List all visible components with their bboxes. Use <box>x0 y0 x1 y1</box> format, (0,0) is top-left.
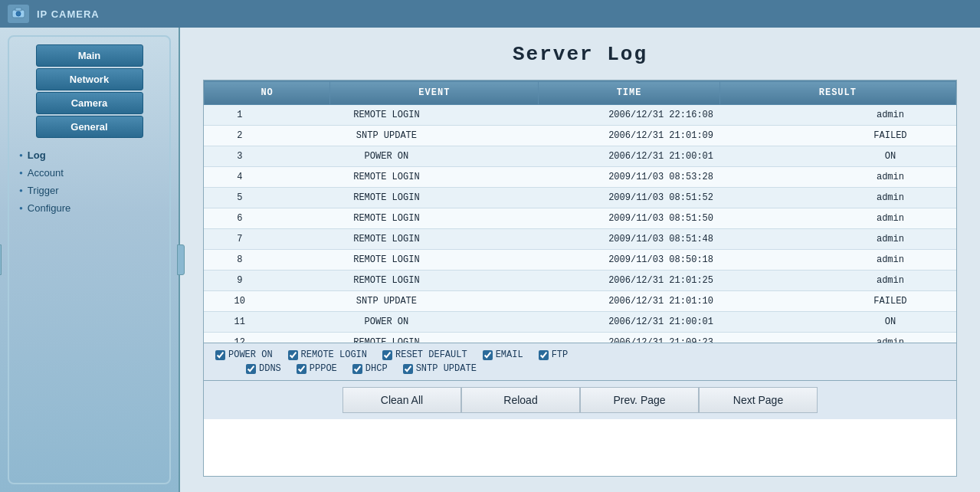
table-row: 4REMOTE LOGIN2009/11/03 08:53:28admin <box>204 167 956 188</box>
sidebar-nav-camera[interactable]: Camera <box>36 92 143 114</box>
header: IP CAMERA <box>0 0 980 28</box>
cell-event: REMOTE LOGIN <box>276 188 498 208</box>
cell-no: 6 <box>204 208 276 229</box>
filter-row2: DDNSPPPOEDHCPSNTP UPDATE <box>215 363 945 374</box>
table-row: 3POWER ON2006/12/31 21:00:01ON <box>204 146 956 167</box>
filter-label-power_on: POWER ON <box>228 349 273 360</box>
filter-checkbox-ddns[interactable] <box>246 364 256 374</box>
table-head: NOEVENTTIMERESULT <box>205 81 956 105</box>
cell-event: SNTP UPDATE <box>276 126 498 146</box>
filter-item-ddns: DDNS <box>246 363 281 374</box>
cell-result: admin <box>824 167 956 188</box>
filter-label-reset_default: RESET DEFAULT <box>395 349 467 360</box>
sidebar-subitem-account[interactable]: Account <box>19 167 171 179</box>
cell-event: REMOTE LOGIN <box>276 271 498 291</box>
cell-time: 2009/11/03 08:50:18 <box>497 250 824 271</box>
page-title: Server Log <box>203 43 957 66</box>
cell-time: 2009/11/03 08:51:50 <box>497 208 824 229</box>
cell-event: REMOTE LOGIN <box>276 250 498 271</box>
cell-result: FAILED <box>824 291 956 312</box>
cell-no: 3 <box>204 146 276 167</box>
cell-result: admin <box>824 333 956 343</box>
prev-page-button[interactable]: Prev. Page <box>580 387 699 413</box>
cell-no: 7 <box>204 229 276 250</box>
filter-checkbox-email[interactable] <box>483 350 493 360</box>
filter-label-email: EMAIL <box>496 349 523 360</box>
filter-item-sntp_update: SNTP UPDATE <box>403 363 477 374</box>
table-wrapper[interactable]: 1REMOTE LOGIN2006/12/31 22:16:08admin2SN… <box>204 105 956 343</box>
cell-result: admin <box>824 105 956 126</box>
sidebar-subitem-trigger[interactable]: Trigger <box>19 185 171 196</box>
nav-buttons: MainNetworkCameraGeneral <box>8 43 171 139</box>
cell-event: REMOTE LOGIN <box>276 229 498 250</box>
col-header-result: RESULT <box>719 81 955 105</box>
cell-time: 2006/12/31 21:09:23 <box>497 333 824 343</box>
filter-label-ddns: DDNS <box>259 363 281 374</box>
app-title: IP CAMERA <box>37 8 100 20</box>
cell-no: 10 <box>204 291 276 312</box>
cell-time: 2006/12/31 21:01:10 <box>497 291 824 312</box>
submenu: LogAccountTriggerConfigure <box>8 149 171 214</box>
filter-checkbox-sntp_update[interactable] <box>403 364 413 374</box>
table-row: 1REMOTE LOGIN2006/12/31 22:16:08admin <box>204 105 956 126</box>
table-row: 8REMOTE LOGIN2009/11/03 08:50:18admin <box>204 250 956 271</box>
cell-event: SNTP UPDATE <box>276 291 498 312</box>
filter-checkbox-dhcp[interactable] <box>352 364 362 374</box>
cell-result: admin <box>824 188 956 208</box>
cell-no: 4 <box>204 167 276 188</box>
filter-section: POWER ONREMOTE LOGINRESET DEFAULTEMAILFT… <box>204 343 956 380</box>
clean-all-button[interactable]: Clean All <box>343 387 461 413</box>
table-row: 5REMOTE LOGIN2009/11/03 08:51:52admin <box>204 188 956 208</box>
cell-event: REMOTE LOGIN <box>276 333 498 343</box>
buttons-section: Clean All Reload Prev. Page Next Page <box>204 380 956 419</box>
cell-event: POWER ON <box>276 146 498 167</box>
filter-label-remote_login: REMOTE LOGIN <box>301 349 367 360</box>
cell-no: 11 <box>204 312 276 333</box>
sidebar-nav-network[interactable]: Network <box>36 68 143 90</box>
reload-button[interactable]: Reload <box>461 387 580 413</box>
col-header-event: EVENT <box>330 81 539 105</box>
cell-time: 2009/11/03 08:51:52 <box>497 188 824 208</box>
filter-checkbox-remote_login[interactable] <box>288 350 298 360</box>
sidebar-nav-general[interactable]: General <box>36 116 143 138</box>
sidebar-handle-left <box>0 244 2 275</box>
filter-checkbox-power_on[interactable] <box>215 350 225 360</box>
col-header-time: TIME <box>539 81 719 105</box>
filter-checkbox-reset_default[interactable] <box>382 350 392 360</box>
cell-result: admin <box>824 250 956 271</box>
cell-event: REMOTE LOGIN <box>276 167 498 188</box>
cell-time: 2006/12/31 21:00:01 <box>497 146 824 167</box>
filter-label-pppoe: PPPOE <box>310 363 337 374</box>
cell-time: 2006/12/31 21:01:25 <box>497 271 824 291</box>
filter-label-ftp: FTP <box>552 349 569 360</box>
table-row: 7REMOTE LOGIN2009/11/03 08:51:48admin <box>204 229 956 250</box>
table-row: 6REMOTE LOGIN2009/11/03 08:51:50admin <box>204 208 956 229</box>
filter-item-pppoe: PPPOE <box>297 363 337 374</box>
next-page-button[interactable]: Next Page <box>699 387 818 413</box>
filter-checkbox-ftp[interactable] <box>539 350 549 360</box>
cell-result: ON <box>824 312 956 333</box>
cell-time: 2009/11/03 08:53:28 <box>497 167 824 188</box>
cell-no: 1 <box>204 105 276 126</box>
sidebar-subitem-configure[interactable]: Configure <box>19 202 171 214</box>
table-row: 11POWER ON2006/12/31 21:00:01ON <box>204 312 956 333</box>
cell-no: 2 <box>204 126 276 146</box>
sidebar-handle-right <box>177 244 185 275</box>
cell-result: admin <box>824 229 956 250</box>
filter-checkbox-pppoe[interactable] <box>297 364 306 374</box>
table-row: 12REMOTE LOGIN2006/12/31 21:09:23admin <box>204 333 956 343</box>
filter-item-remote_login: REMOTE LOGIN <box>288 349 367 360</box>
col-header-no: NO <box>205 81 330 105</box>
table-scroll[interactable]: 1REMOTE LOGIN2006/12/31 22:16:08admin2SN… <box>204 105 956 343</box>
content: Server Log NOEVENTTIMERESULT 1REMOTE LOG… <box>180 28 980 492</box>
cell-time: 2009/11/03 08:51:48 <box>497 229 824 250</box>
cell-event: POWER ON <box>276 312 498 333</box>
filter-item-dhcp: DHCP <box>352 363 388 374</box>
app-icon <box>8 5 29 23</box>
cell-event: REMOTE LOGIN <box>276 208 498 229</box>
sidebar-subitem-log[interactable]: Log <box>19 149 171 161</box>
filter-item-ftp: FTP <box>539 349 569 360</box>
cell-event: REMOTE LOGIN <box>276 105 498 126</box>
sidebar-nav-main[interactable]: Main <box>36 44 143 67</box>
log-table-header: NOEVENTTIMERESULT <box>204 80 956 105</box>
